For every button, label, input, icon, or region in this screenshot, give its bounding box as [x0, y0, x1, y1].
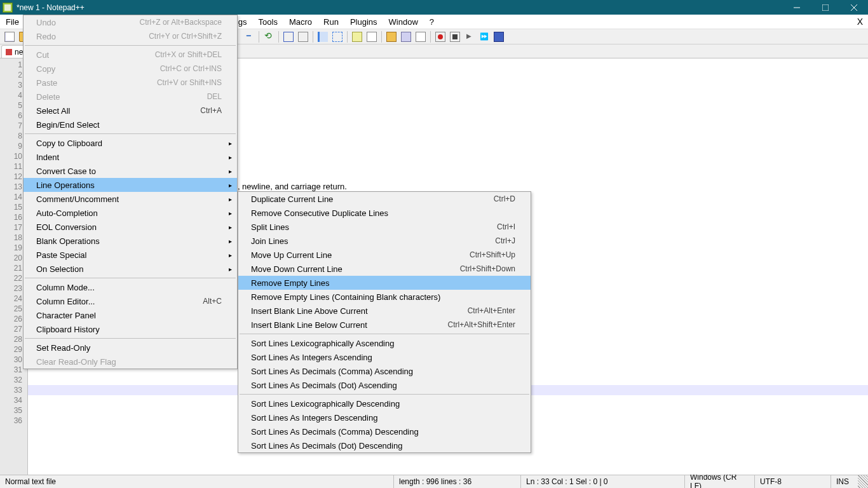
- menu-item-label: Clear Read-Only Flag: [36, 357, 222, 367]
- toolbar-doc-button[interactable]: [365, 30, 379, 44]
- minimize-button[interactable]: [782, 0, 811, 15]
- toolbar-chars-button[interactable]: [296, 30, 310, 44]
- lineops-item-remove-empty-lines[interactable]: Remove Empty Lines: [238, 276, 531, 290]
- lineops-item-sort-lines-as-decimals-comma-ascending[interactable]: Sort Lines As Decimals (Comma) Ascending: [238, 364, 531, 378]
- line-number: 33: [0, 385, 27, 395]
- zoomout-icon: [244, 32, 254, 42]
- chars-icon: [298, 32, 308, 42]
- edit-menu-item-blank-operations[interactable]: Blank Operations▸: [24, 234, 237, 248]
- toolbar-stop-button[interactable]: [448, 30, 462, 44]
- edit-menu-item-eol-conversion[interactable]: EOL Conversion▸: [24, 220, 237, 234]
- menu-item-label: Remove Empty Lines (Containing Blank cha…: [251, 292, 515, 302]
- edit-menu-item-convert-case-to[interactable]: Convert Case to▸: [24, 164, 237, 178]
- status-filetype: Normal text file: [0, 475, 394, 488]
- toolbar-rec-button[interactable]: [433, 30, 447, 44]
- lineops-item-insert-blank-line-below-current[interactable]: Insert Blank Line Below CurrentCtrl+Alt+…: [238, 318, 531, 332]
- maximize-button[interactable]: [811, 0, 839, 15]
- toolbar-sync-button[interactable]: [262, 30, 276, 44]
- menu-window[interactable]: Window: [383, 15, 424, 29]
- lineops-item-insert-blank-line-above-current[interactable]: Insert Blank Line Above CurrentCtrl+Alt+…: [238, 304, 531, 318]
- lineops-item-sort-lines-as-integers-ascending[interactable]: Sort Lines As Integers Ascending: [238, 350, 531, 364]
- lineops-item-sort-lines-as-decimals-dot-ascending[interactable]: Sort Lines As Decimals (Dot) Ascending: [238, 378, 531, 392]
- edit-menu-item-paste-special[interactable]: Paste Special▸: [24, 248, 237, 262]
- ff-icon: [479, 32, 489, 42]
- edit-menu-item-comment-uncomment[interactable]: Comment/Uncomment▸: [24, 192, 237, 206]
- menu-item-shortcut: Ctrl+C or Ctrl+INS: [160, 64, 222, 73]
- lineops-item-sort-lines-as-integers-descending[interactable]: Sort Lines As Integers Descending: [238, 410, 531, 424]
- rec-icon: [435, 32, 445, 42]
- menu-help[interactable]: ?: [424, 15, 440, 29]
- edit-menu-item-select-all[interactable]: Select AllCtrl+A: [24, 104, 237, 118]
- menu-plugins[interactable]: Plugins: [344, 15, 383, 29]
- toolbar-zoomout-button[interactable]: [242, 30, 256, 44]
- edit-menu-item-on-selection[interactable]: On Selection▸: [24, 262, 237, 276]
- toolbar-ff-button[interactable]: [477, 30, 491, 44]
- edit-menu-dropdown: UndoCtrl+Z or Alt+BackspaceRedoCtrl+Y or…: [23, 15, 238, 369]
- status-encoding: UTF-8: [755, 475, 831, 488]
- menu-item-shortcut: Ctrl+Alt+Enter: [468, 306, 515, 315]
- menu-item-shortcut: Ctrl+Shift+Down: [460, 264, 515, 273]
- menu-macro[interactable]: Macro: [283, 15, 318, 29]
- toolbar-doc-button[interactable]: [414, 30, 428, 44]
- edit-menu-item-line-operations[interactable]: Line Operations▸: [24, 178, 237, 192]
- close-button[interactable]: [839, 0, 868, 15]
- toolbar-separator: [313, 31, 313, 43]
- toolbar-savem-button[interactable]: [492, 30, 506, 44]
- line-number: 32: [0, 375, 27, 385]
- doc-icon: [416, 32, 426, 42]
- edit-menu-item-auto-completion[interactable]: Auto-Completion▸: [24, 206, 237, 220]
- lineops-item-duplicate-current-line[interactable]: Duplicate Current LineCtrl+D: [238, 192, 531, 206]
- lineops-item-move-up-current-line[interactable]: Move Up Current LineCtrl+Shift+Up: [238, 248, 531, 262]
- resize-grip[interactable]: [858, 475, 868, 488]
- menu-run[interactable]: Run: [318, 15, 344, 29]
- toolbar-guide-button[interactable]: [330, 30, 344, 44]
- window-title: *new 1 - Notepad++: [15, 3, 782, 12]
- edit-menu-item-set-read-only[interactable]: Set Read-Only: [24, 341, 237, 355]
- status-eol: Windows (CR LF): [685, 475, 755, 488]
- menu-item-label: Auto-Completion: [36, 208, 222, 218]
- submenu-arrow-icon: ▸: [229, 210, 232, 217]
- menu-item-label: Join Lines: [251, 236, 495, 246]
- toolbar-wrap-button[interactable]: [281, 30, 295, 44]
- toolbar-mon-button[interactable]: [399, 30, 413, 44]
- menu-item-label: Sort Lines Lexicographically Ascending: [251, 339, 515, 348]
- toolbar-new-button[interactable]: [3, 30, 17, 44]
- toolbar-indent-button[interactable]: [316, 30, 330, 44]
- app-icon: [3, 3, 13, 13]
- edit-menu-item-indent[interactable]: Indent▸: [24, 150, 237, 164]
- toolbar-play-button[interactable]: [463, 30, 477, 44]
- play-icon: [465, 32, 475, 42]
- edit-menu-item-character-panel[interactable]: Character Panel: [24, 308, 237, 322]
- menu-item-label: Sort Lines Lexicographically Descending: [251, 399, 515, 409]
- lineops-item-sort-lines-as-decimals-comma-descending[interactable]: Sort Lines As Decimals (Comma) Descendin…: [238, 424, 531, 438]
- edit-menu-item-copy-to-clipboard[interactable]: Copy to Clipboard▸: [24, 136, 237, 150]
- lineops-item-sort-lines-as-decimals-dot-descending[interactable]: Sort Lines As Decimals (Dot) Descending: [238, 438, 531, 452]
- menu-file[interactable]: File: [0, 15, 25, 29]
- menu-item-label: Move Down Current Line: [251, 264, 460, 274]
- edit-menu-item-column-mode[interactable]: Column Mode...: [24, 280, 237, 294]
- menu-item-label: Insert Blank Line Above Current: [251, 306, 468, 316]
- edit-menu-item-clipboard-history[interactable]: Clipboard History: [24, 322, 237, 336]
- menu-item-label: Sort Lines As Decimals (Dot) Ascending: [251, 381, 515, 390]
- lineops-item-move-down-current-line[interactable]: Move Down Current LineCtrl+Shift+Down: [238, 262, 531, 276]
- menu-item-shortcut: Ctrl+V or Shift+INS: [157, 78, 222, 87]
- menu-item-label: Paste Special: [36, 250, 222, 260]
- menu-item-label: Remove Empty Lines: [251, 278, 515, 288]
- lineops-item-sort-lines-lexicographically-descending[interactable]: Sort Lines Lexicographically Descending: [238, 396, 531, 410]
- edit-menu-item-undo: UndoCtrl+Z or Alt+Backspace: [24, 15, 237, 29]
- lineops-item-remove-consecutive-duplicate-lines[interactable]: Remove Consecutive Duplicate Lines: [238, 206, 531, 220]
- lineops-item-remove-empty-lines-containing-blank-characters[interactable]: Remove Empty Lines (Containing Blank cha…: [238, 290, 531, 304]
- lineops-item-split-lines[interactable]: Split LinesCtrl+I: [238, 220, 531, 234]
- toolbar-lang-button[interactable]: [350, 30, 364, 44]
- lineops-item-join-lines[interactable]: Join LinesCtrl+J: [238, 234, 531, 248]
- menu-item-label: Character Panel: [36, 311, 222, 320]
- lineops-item-sort-lines-lexicographically-ascending[interactable]: Sort Lines Lexicographically Ascending: [238, 336, 531, 350]
- edit-menu-item-column-editor[interactable]: Column Editor...Alt+C: [24, 294, 237, 308]
- wrap-icon: [283, 32, 294, 42]
- toolbar-folder-button[interactable]: [384, 30, 398, 44]
- edit-menu-item-begin-end-select[interactable]: Begin/End Select: [24, 118, 237, 132]
- menu-item-label: Blank Operations: [36, 236, 222, 246]
- menu-item-label: Indent: [36, 152, 222, 162]
- menubar-close-icon[interactable]: X: [852, 15, 868, 29]
- menu-tools[interactable]: Tools: [253, 15, 283, 29]
